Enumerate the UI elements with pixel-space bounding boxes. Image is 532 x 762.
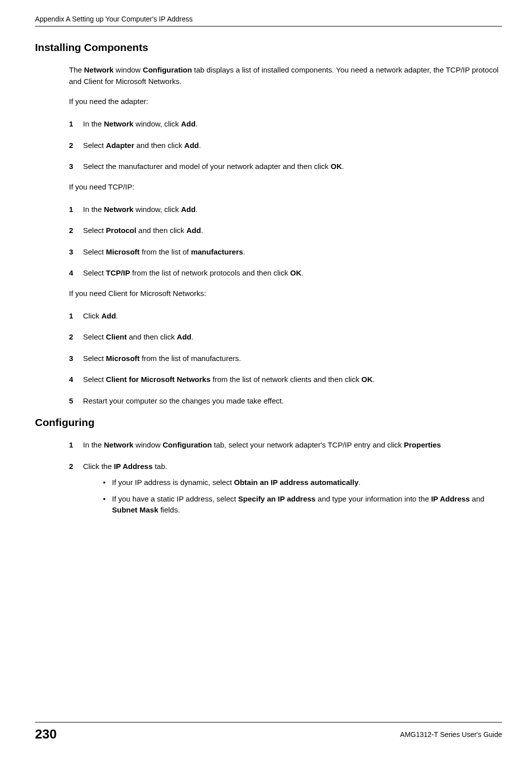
step-text: Select Adapter and then click Add. (83, 140, 502, 152)
text: tab. (152, 462, 167, 470)
text: fields. (158, 506, 180, 514)
text-bold: IP Address (431, 494, 470, 503)
section-title-configuring: Configuring (35, 416, 502, 428)
text-bold: Add (181, 205, 196, 214)
text: Select (83, 268, 106, 277)
bullet-list: • If your IP address is dynamic, select … (103, 477, 502, 516)
text: Select (83, 332, 106, 341)
step-number: 3 (69, 161, 83, 172)
bullet-dot: • (103, 477, 112, 488)
step-text: Select Microsoft from the list of manufa… (83, 353, 502, 364)
text-bold: Client for Microsoft Networks (106, 375, 210, 384)
text-bold: Add (186, 226, 201, 234)
step-text: Select the manufacturer and model of you… (83, 161, 502, 172)
bullet-dot: • (103, 494, 112, 516)
text: tab, select your network adapter's TCP/I… (212, 440, 404, 449)
step-number: 1 (69, 204, 83, 216)
step-text: In the Network window, click Add. (83, 204, 502, 216)
step: 4 Select Client for Microsoft Networks f… (69, 374, 502, 386)
text-bold: Add (102, 312, 116, 320)
text-bold: Network (84, 66, 114, 74)
text: Select (83, 248, 106, 256)
step: 2 Select Adapter and then click Add. (69, 140, 502, 152)
text: Restart your computer so the changes you… (83, 396, 284, 405)
text-bold: IP Address (114, 462, 153, 470)
text-bold: TCP/IP (106, 268, 130, 277)
step-text: Click the IP Address tab. • If your IP a… (83, 461, 502, 521)
intro-paragraph: The Network window Configuration tab dis… (69, 64, 502, 87)
text: from the list of network clients and the… (210, 375, 362, 384)
step: 3 Select Microsoft from the list of manu… (69, 246, 502, 258)
step-number: 4 (69, 374, 83, 386)
guide-name: AMG1312-T Series User's Guide (400, 730, 502, 738)
bullet-item: • If your IP address is dynamic, select … (103, 477, 502, 488)
step-number: 3 (69, 246, 83, 258)
text: and then click (127, 332, 177, 341)
if-need-adapter: If you need the adapter: (69, 97, 502, 106)
text-bold: Obtain an IP address automatically (234, 478, 358, 486)
if-need-client: If you need Client for Microsoft Network… (69, 289, 502, 298)
text: . (201, 226, 203, 234)
step: 1 In the Network window Configuration ta… (69, 440, 502, 451)
step-number: 2 (69, 332, 83, 343)
step-number: 5 (69, 396, 83, 407)
bullet-text: If you have a static IP address, select … (112, 494, 502, 516)
step: 2 Click the IP Address tab. • If your IP… (69, 461, 502, 521)
text-bold: Protocol (106, 226, 136, 234)
text: Click the (83, 462, 114, 470)
step: 5 Restart your computer so the changes y… (69, 396, 502, 407)
page-footer: 230 AMG1312-T Series User's Guide (35, 722, 502, 742)
steps-adapter: 1 In the Network window, click Add. 2 Se… (69, 118, 502, 172)
steps-client: 1 Click Add. 2 Select Client and then cl… (69, 310, 502, 407)
if-need-tcpip: If you need TCP/IP: (69, 182, 502, 191)
step-number: 1 (69, 440, 83, 451)
text: . (196, 205, 198, 214)
bullet-text: If your IP address is dynamic, select Ob… (112, 477, 502, 488)
text-bold: manufacturers (191, 248, 243, 256)
text: Click (83, 312, 102, 320)
text: If your IP address is dynamic, select (112, 478, 234, 486)
text-bold: Properties (404, 440, 441, 449)
text: from the list of network protocols and t… (130, 268, 290, 277)
text-bold: Add (184, 141, 199, 150)
text-bold: Adapter (106, 141, 134, 150)
step: 3 Select the manufacturer and model of y… (69, 161, 502, 172)
text: window, click (134, 120, 181, 128)
text: Select the manufacturer and model of you… (83, 162, 330, 170)
text: and then click (136, 226, 186, 234)
text: . (192, 332, 194, 341)
text: window (134, 440, 162, 449)
step: 1 In the Network window, click Add. (69, 118, 502, 130)
step-number: 2 (69, 140, 83, 152)
step-number: 3 (69, 353, 83, 364)
steps-configuring: 1 In the Network window Configuration ta… (69, 440, 502, 521)
text: Select (83, 226, 106, 234)
step-number: 1 (69, 118, 83, 130)
step-number: 1 (69, 310, 83, 322)
text: . (243, 248, 245, 256)
step: 2 Select Client and then click Add. (69, 332, 502, 343)
text: If you have a static IP address, select (112, 494, 238, 503)
text-bold: Configuration (143, 66, 192, 74)
text: In the (83, 440, 104, 449)
text: . (358, 478, 360, 486)
text-bold: Network (104, 205, 134, 214)
page-number: 230 (35, 726, 56, 742)
steps-tcpip: 1 In the Network window, click Add. 2 Se… (69, 204, 502, 279)
text: Select (83, 375, 106, 384)
text-bold: Specify an IP address (238, 494, 316, 503)
step: 4 Select TCP/IP from the list of network… (69, 268, 502, 279)
step-text: Select Microsoft from the list of manufa… (83, 246, 502, 258)
step: 1 Click Add. (69, 310, 502, 322)
step: 2 Select Protocol and then click Add. (69, 225, 502, 236)
step-number: 4 (69, 268, 83, 279)
step-text: Select Client for Microsoft Networks fro… (83, 374, 502, 386)
text: In the (83, 205, 104, 214)
step-text: Select TCP/IP from the list of network p… (83, 268, 502, 279)
text: and (470, 494, 484, 503)
step-text: Restart your computer so the changes you… (83, 396, 502, 407)
text: In the (83, 120, 104, 128)
text: Select (83, 141, 106, 150)
step-text: Select Protocol and then click Add. (83, 225, 502, 236)
text: . (199, 141, 201, 150)
